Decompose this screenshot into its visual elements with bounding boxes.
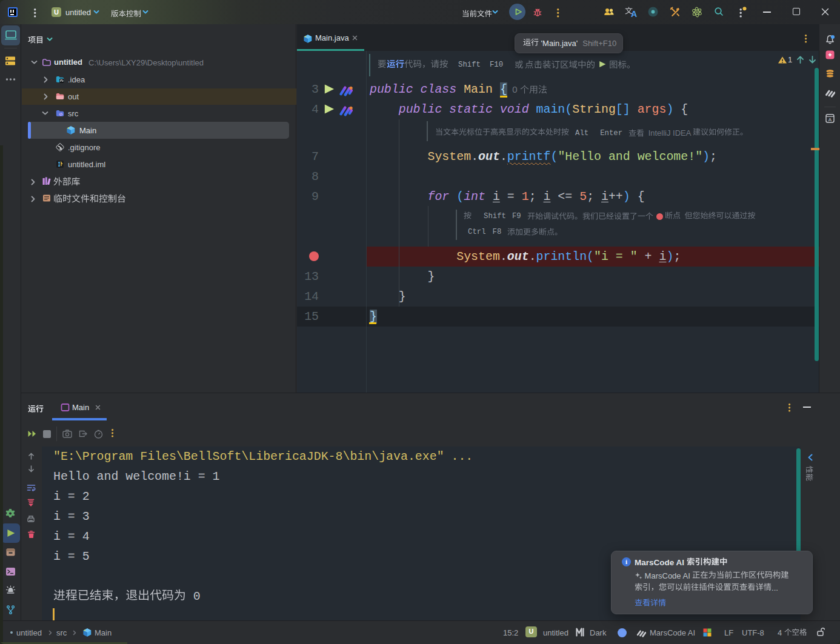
svg-text:A: A <box>828 117 832 122</box>
